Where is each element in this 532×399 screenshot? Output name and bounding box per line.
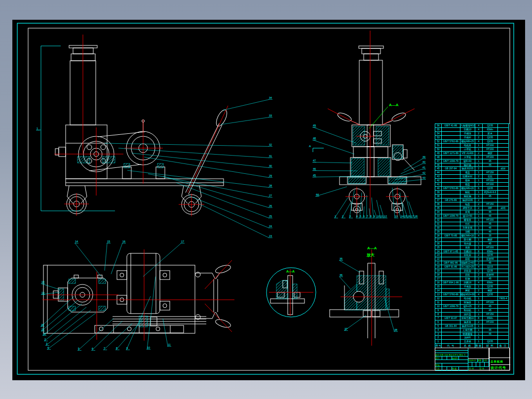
bom-row: 14握把2橡胶 bbox=[435, 289, 510, 293]
bom-cell: 电机座 bbox=[460, 144, 475, 148]
bom-cell: 25 bbox=[435, 246, 442, 250]
bom-cell: 弹簧垫圈10 bbox=[460, 317, 475, 320]
callout-label: 29 bbox=[269, 174, 272, 177]
bom-cell: Y90S-4 bbox=[498, 297, 509, 301]
callout-label: 18 bbox=[41, 280, 44, 283]
bom-cell: 2 bbox=[475, 289, 483, 293]
bom-cell: 螺栓M8×25 bbox=[460, 140, 475, 144]
bom-cell: HT150 bbox=[483, 171, 498, 175]
bom-cell: 18 bbox=[435, 273, 442, 277]
approve-label: 批准 bbox=[452, 367, 459, 371]
bom-cell: 1 bbox=[475, 309, 483, 313]
callout-leader bbox=[147, 277, 155, 350]
bom-cell: 6 bbox=[435, 320, 442, 324]
bom-cell bbox=[483, 199, 498, 202]
bom-cell: 丝杠 bbox=[460, 222, 475, 226]
bom-cell: HT200 bbox=[483, 218, 498, 222]
bom-row: 36端盖2HT150 bbox=[435, 202, 510, 206]
bom-cell: 支承板 bbox=[460, 340, 475, 344]
bom-cell bbox=[442, 246, 460, 250]
callout-leader bbox=[340, 261, 360, 273]
bom-cell bbox=[498, 226, 509, 230]
bom-cell: 30 bbox=[435, 226, 442, 230]
bom-cell: 2 bbox=[475, 305, 483, 309]
bom-cell: 44 bbox=[435, 171, 442, 175]
bom-row: 1支承板1Q235 bbox=[435, 340, 510, 344]
callout-label: 5 bbox=[360, 215, 361, 218]
callout-leader bbox=[105, 143, 269, 147]
bom-row: 10GB/T 1096-79键6×25245 bbox=[435, 305, 510, 309]
bom-cell: 2 bbox=[475, 136, 483, 140]
bom-cell bbox=[442, 128, 460, 132]
bom-cell: 14 bbox=[435, 289, 442, 293]
callout-label: 6 bbox=[92, 347, 93, 350]
bom-cell: 螺栓M6×20 bbox=[460, 187, 475, 191]
bom-row: 30升降套筒145 bbox=[435, 226, 510, 230]
bom-cell: 六角螺母M10 bbox=[460, 124, 475, 128]
callout-label: 38 bbox=[394, 328, 397, 331]
bom-cell: GB/T 91-86 bbox=[442, 265, 460, 269]
bom-cell: 4 bbox=[475, 281, 483, 285]
bom-cell bbox=[498, 199, 509, 202]
bom-cell: 8 bbox=[435, 313, 442, 317]
bom-cell bbox=[442, 148, 460, 152]
bom-cell bbox=[498, 148, 509, 152]
bom-cell: 2 bbox=[475, 132, 483, 136]
bom-cell bbox=[498, 273, 509, 277]
callout-leader bbox=[41, 300, 78, 331]
bom-cell bbox=[442, 313, 460, 317]
bom-cell: 45 bbox=[483, 242, 498, 246]
title-block: 标记 处数 分区 更改文件号 签名 年、月、日 设计 标准化 审核 工艺 批准 … bbox=[435, 348, 510, 370]
callout-label: 13 bbox=[395, 215, 398, 218]
bom-row: 2油杯61 bbox=[435, 336, 510, 340]
bom-cell: 5 bbox=[435, 324, 442, 328]
name-code-area: 总装配图 设计代号 bbox=[490, 348, 510, 371]
bom-cell bbox=[498, 320, 509, 324]
bom-cell bbox=[442, 297, 460, 301]
bom-cell: 箱盖 bbox=[460, 183, 475, 187]
callout-label: 48 bbox=[313, 137, 316, 140]
callout-label: 24 bbox=[269, 225, 272, 228]
bom-cell: 1 bbox=[475, 238, 483, 242]
bom-cell: 28 bbox=[435, 234, 442, 238]
bom-cell: 轴承30205 bbox=[460, 167, 475, 171]
bom-cell bbox=[442, 195, 460, 199]
bom-cell: 8 bbox=[475, 250, 483, 254]
bom-cell: HT200 bbox=[483, 183, 498, 187]
callout-label: 36 bbox=[340, 274, 342, 277]
callout-label: 2 bbox=[44, 338, 46, 341]
bom-cell: GB/T 41-86 bbox=[442, 124, 460, 128]
bom-row: 21GB/T 882-86销轴B12×60245 bbox=[435, 261, 510, 265]
parts-list-table: 56GB/T 41-86六角螺母M104Q23555垫圈10465Mn54手柄球… bbox=[435, 123, 510, 348]
bom-cell bbox=[442, 273, 460, 277]
callout-label: 4 bbox=[356, 215, 358, 218]
bom-cell: 尼龙66 bbox=[483, 273, 498, 277]
bom-row: 15手推架1Q235 bbox=[435, 285, 510, 289]
bom-cell: 36 bbox=[435, 202, 442, 206]
bom-cell: HT150 bbox=[483, 202, 498, 206]
bom-cell: 轮轴 bbox=[460, 277, 475, 281]
bom-cell: 1 bbox=[475, 336, 483, 340]
bom-cell: 胶木 bbox=[483, 132, 498, 136]
callout-label: 40 bbox=[422, 160, 425, 163]
bom-cell: 24 bbox=[435, 250, 442, 254]
bom-row: 56GB/T 41-86六角螺母M104Q235 bbox=[435, 124, 510, 128]
bom-cell: 轴承6206 bbox=[460, 199, 475, 202]
bom-row: 17轮轴245 bbox=[435, 277, 510, 281]
bom-row: 40GB/T 5783-86螺栓M6×206Q235 bbox=[435, 187, 510, 191]
bom-cell: 54 bbox=[435, 132, 442, 136]
bom-cell: HT200 bbox=[483, 144, 498, 148]
bom-cell: GB/T 1096-79 bbox=[442, 305, 460, 309]
bom-row: 28GB/T 70-85螺钉M6×16435 bbox=[435, 234, 510, 238]
bom-cell: Q215 bbox=[483, 265, 498, 269]
bom-cell: 1 bbox=[475, 222, 483, 226]
bom-cell: 4 bbox=[475, 265, 483, 269]
bom-cell: 26 bbox=[435, 242, 442, 246]
bom-cell: GB/T 5783-86 bbox=[442, 187, 460, 191]
bom-cell: 1 bbox=[475, 156, 483, 160]
bom-cell: 45 bbox=[483, 163, 498, 167]
bom-cell: 垫圈10 bbox=[460, 128, 475, 132]
bom-row: 48大带轮1HT200 bbox=[435, 156, 510, 160]
bom-cell: 开口销3×25 bbox=[460, 265, 475, 269]
bom-cell: 42 bbox=[435, 179, 442, 183]
